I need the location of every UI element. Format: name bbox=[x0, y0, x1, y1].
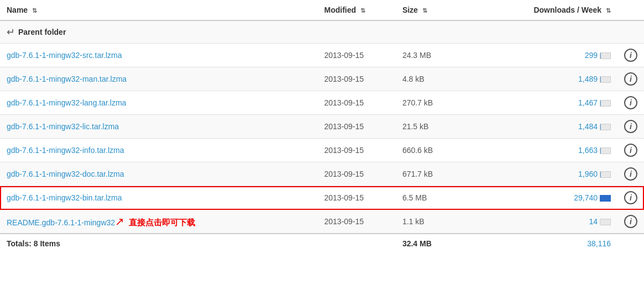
table-row: gdb-7.6.1-1-mingw32-man.tar.lzma2013-09-… bbox=[0, 67, 644, 91]
download-bar bbox=[600, 52, 611, 59]
file-downloads-cell: 1,960 bbox=[459, 162, 617, 186]
info-icon[interactable]: i bbox=[624, 96, 637, 109]
download-bar bbox=[600, 76, 611, 83]
file-name-cell: gdb-7.6.1-1-mingw32-info.tar.lzma bbox=[0, 139, 318, 162]
parent-folder-cell: ↵ Parent folder bbox=[0, 20, 644, 44]
table-row: gdb-7.6.1-1-mingw32-doc.tar.lzma2013-09-… bbox=[0, 162, 644, 186]
file-info-cell: i bbox=[617, 91, 644, 115]
file-link[interactable]: gdb-7.6.1-1-mingw32-man.tar.lzma bbox=[7, 75, 127, 83]
info-icon[interactable]: i bbox=[624, 49, 637, 62]
parent-folder-link[interactable]: Parent folder bbox=[18, 28, 66, 36]
file-info-cell: i bbox=[617, 186, 644, 210]
file-downloads-cell: 1,489 bbox=[459, 67, 617, 91]
file-link[interactable]: gdb-7.6.1-1-mingw32-lang.tar.lzma bbox=[7, 98, 126, 107]
download-bar bbox=[600, 171, 611, 178]
totals-downloads: 38,116 bbox=[459, 234, 617, 253]
download-bar-fill bbox=[600, 148, 601, 154]
file-size-cell: 24.3 MB bbox=[396, 44, 459, 67]
table-row: gdb-7.6.1-1-mingw32-bin.tar.lzma2013-09-… bbox=[0, 186, 644, 210]
file-name-cell: gdb-7.6.1-1-mingw32-lang.tar.lzma bbox=[0, 91, 318, 115]
file-modified-cell: 2013-09-15 bbox=[318, 67, 396, 91]
parent-folder-row: ↵ Parent folder bbox=[0, 20, 644, 44]
file-downloads-cell: 29,740 bbox=[459, 186, 617, 210]
info-icon[interactable]: i bbox=[624, 72, 637, 86]
file-modified-cell: 2013-09-15 bbox=[318, 115, 396, 139]
file-link[interactable]: gdb-7.6.1-1-mingw32-src.tar.lzma bbox=[7, 51, 122, 60]
file-size-cell: 21.5 kB bbox=[396, 115, 459, 139]
file-name-cell: README.gdb-7.6.1-1-mingw32 ↗直接点击即可下载 bbox=[0, 210, 318, 234]
file-size-cell: 671.7 kB bbox=[396, 162, 459, 186]
header-downloads[interactable]: Downloads / Week ⇅ bbox=[459, 0, 617, 20]
info-icon[interactable]: i bbox=[624, 144, 637, 157]
modified-sort-icon[interactable]: ⇅ bbox=[360, 7, 365, 14]
file-size-cell: 6.5 MB bbox=[396, 186, 459, 210]
file-downloads-cell: 1,467 bbox=[459, 91, 617, 115]
header-size[interactable]: Size ⇅ bbox=[396, 0, 459, 20]
name-sort-icon[interactable]: ⇅ bbox=[32, 7, 37, 14]
file-info-cell: i bbox=[617, 67, 644, 91]
file-link[interactable]: README.gdb-7.6.1-1-mingw32 bbox=[7, 218, 115, 227]
header-info bbox=[617, 0, 644, 20]
download-bar-fill bbox=[600, 124, 601, 130]
info-icon[interactable]: i bbox=[624, 167, 637, 181]
download-count-value: 1,489 bbox=[578, 75, 598, 83]
download-bar-fill bbox=[600, 172, 601, 177]
file-modified-cell: 2013-09-15 bbox=[318, 210, 396, 234]
totals-row: Totals: 8 Items 32.4 MB 38,116 bbox=[0, 234, 644, 253]
file-table: Name ⇅ Modified ⇅ Size ⇅ Downloads / Wee… bbox=[0, 0, 644, 253]
downloads-sort-icon[interactable]: ⇅ bbox=[606, 7, 611, 14]
download-bar bbox=[600, 195, 611, 202]
download-bar-fill bbox=[600, 77, 601, 82]
totals-label: Totals: 8 Items bbox=[0, 234, 318, 253]
download-count-value: 1,484 bbox=[578, 122, 598, 131]
download-count-value: 14 bbox=[589, 217, 598, 226]
download-count-value: 1,467 bbox=[578, 98, 598, 107]
table-row: gdb-7.6.1-1-mingw32-lic.tar.lzma2013-09-… bbox=[0, 115, 644, 139]
file-info-cell: i bbox=[617, 44, 644, 67]
download-bar bbox=[600, 124, 611, 130]
file-modified-cell: 2013-09-15 bbox=[318, 139, 396, 162]
file-info-cell: i bbox=[617, 210, 644, 234]
file-modified-cell: 2013-09-15 bbox=[318, 162, 396, 186]
file-link[interactable]: gdb-7.6.1-1-mingw32-doc.tar.lzma bbox=[7, 170, 124, 178]
file-modified-cell: 2013-09-15 bbox=[318, 91, 396, 115]
info-icon[interactable]: i bbox=[624, 191, 637, 204]
file-downloads-cell: 14 bbox=[459, 210, 617, 234]
table-row: gdb-7.6.1-1-mingw32-lang.tar.lzma2013-09… bbox=[0, 91, 644, 115]
file-name-cell: gdb-7.6.1-1-mingw32-src.tar.lzma bbox=[0, 44, 318, 67]
file-size-cell: 1.1 kB bbox=[396, 210, 459, 234]
file-link[interactable]: gdb-7.6.1-1-mingw32-bin.tar.lzma bbox=[7, 193, 122, 202]
file-link[interactable]: gdb-7.6.1-1-mingw32-info.tar.lzma bbox=[7, 146, 124, 155]
file-size-cell: 270.7 kB bbox=[396, 91, 459, 115]
annotation-text: 直接点击即可下载 bbox=[129, 218, 195, 227]
download-bar bbox=[600, 147, 611, 154]
file-modified-cell: 2013-09-15 bbox=[318, 186, 396, 210]
file-downloads-cell: 1,484 bbox=[459, 115, 617, 139]
download-count-value: 29,740 bbox=[574, 193, 598, 202]
file-downloads-cell: 299 bbox=[459, 44, 617, 67]
file-info-cell: i bbox=[617, 162, 644, 186]
header-name[interactable]: Name ⇅ bbox=[0, 0, 318, 20]
totals-size: 32.4 MB bbox=[396, 234, 459, 253]
download-count-value: 1,960 bbox=[578, 170, 598, 178]
file-size-cell: 4.8 kB bbox=[396, 67, 459, 91]
size-sort-icon[interactable]: ⇅ bbox=[422, 7, 427, 14]
file-name-cell: gdb-7.6.1-1-mingw32-lic.tar.lzma bbox=[0, 115, 318, 139]
totals-info-empty bbox=[617, 234, 644, 253]
table-row: gdb-7.6.1-1-mingw32-src.tar.lzma2013-09-… bbox=[0, 44, 644, 67]
table-row: README.gdb-7.6.1-1-mingw32 ↗直接点击即可下载2013… bbox=[0, 210, 644, 234]
info-icon[interactable]: i bbox=[624, 120, 637, 133]
file-size-cell: 660.6 kB bbox=[396, 139, 459, 162]
file-info-cell: i bbox=[617, 139, 644, 162]
download-bar bbox=[600, 100, 611, 107]
file-info-cell: i bbox=[617, 115, 644, 139]
download-bar-fill bbox=[600, 101, 601, 106]
file-link[interactable]: gdb-7.6.1-1-mingw32-lic.tar.lzma bbox=[7, 122, 119, 131]
annotation-arrow-icon: ↗ bbox=[115, 215, 124, 228]
file-downloads-cell: 1,663 bbox=[459, 139, 617, 162]
table-row: gdb-7.6.1-1-mingw32-info.tar.lzma2013-09… bbox=[0, 139, 644, 162]
download-count-value: 299 bbox=[585, 51, 598, 60]
info-icon[interactable]: i bbox=[624, 215, 637, 228]
download-bar bbox=[600, 219, 611, 225]
header-modified[interactable]: Modified ⇅ bbox=[318, 0, 396, 20]
